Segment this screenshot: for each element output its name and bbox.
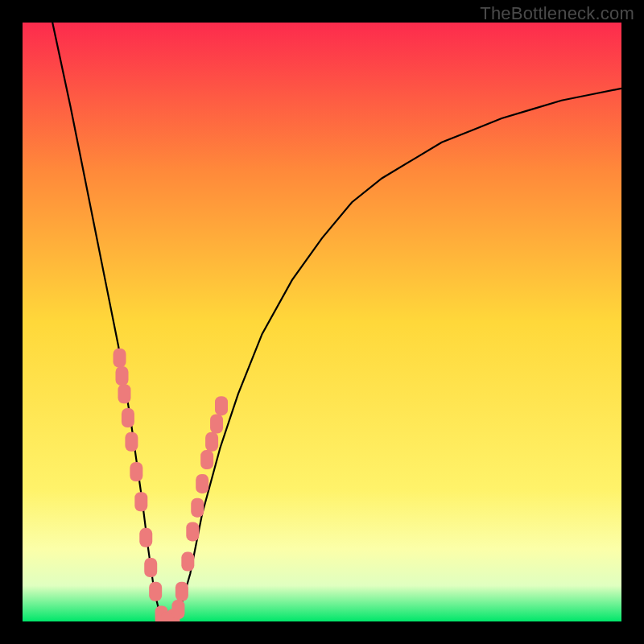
highlight-dot	[215, 396, 228, 415]
highlight-dot	[144, 558, 157, 577]
highlight-dot	[134, 492, 147, 511]
highlight-dot	[186, 522, 199, 541]
highlight-dot	[139, 528, 152, 547]
highlight-dot	[171, 600, 184, 619]
highlight-dot	[116, 366, 129, 386]
highlight-dot	[210, 414, 223, 433]
watermark-text: TheBottleneck.com	[480, 3, 634, 24]
highlight-dot	[130, 462, 142, 481]
highlight-dot	[125, 432, 138, 452]
highlight-dot	[118, 384, 130, 403]
highlight-dot	[191, 498, 204, 518]
highlight-dot	[114, 349, 126, 368]
highlight-dot	[175, 582, 188, 601]
plot-area	[23, 23, 621, 621]
gradient-background	[23, 23, 621, 621]
chart-svg	[23, 23, 621, 621]
highlight-dot	[149, 582, 162, 601]
highlight-dot	[122, 408, 134, 427]
highlight-dot	[196, 474, 208, 493]
highlight-dot	[181, 552, 194, 572]
highlight-dot	[205, 432, 218, 452]
chart-frame: TheBottleneck.com	[0, 0, 644, 644]
highlight-dot	[200, 450, 213, 469]
